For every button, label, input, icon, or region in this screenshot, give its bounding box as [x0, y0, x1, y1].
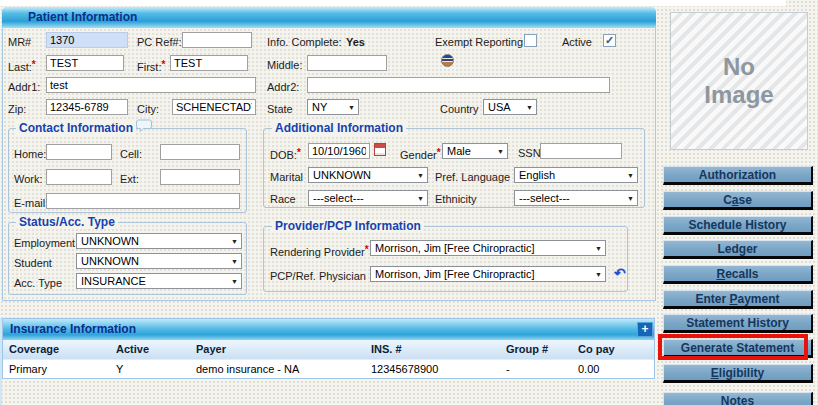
country-select[interactable]: USA [483, 99, 537, 115]
home-phone-field[interactable] [46, 144, 112, 160]
provider-pcp-legend: Provider/PCP Information [272, 219, 424, 233]
column-payer: Payer [196, 340, 371, 359]
pcp-ref-physician-label: PCP/Ref. Physician [270, 270, 366, 282]
ext-field[interactable] [160, 169, 240, 185]
ethnicity-select[interactable]: ---select--- [514, 190, 638, 206]
marital-label: Marital [270, 171, 303, 183]
rendering-provider-label: Rendering Provider* [270, 244, 369, 258]
first-name-field[interactable] [170, 55, 248, 71]
flag-icon [441, 54, 454, 67]
required-icon: * [437, 147, 441, 158]
cell-active: Y [116, 360, 196, 378]
email-field[interactable] [46, 193, 240, 209]
ext-label: Ext: [120, 173, 139, 185]
status-acc-type-legend: Status/Acc. Type [16, 215, 118, 229]
middle-name-field[interactable] [307, 55, 387, 71]
patient-photo-placeholder: No Image [670, 12, 808, 150]
state-select[interactable]: NY [307, 99, 359, 115]
acc-type-select[interactable]: INSURANCE [76, 273, 242, 289]
active-label: Active [562, 36, 592, 48]
last-name-label: Last:* [8, 59, 36, 73]
middle-name-label: Middle: [267, 59, 302, 71]
calendar-icon[interactable] [374, 143, 386, 156]
mr-label: MR# [8, 36, 31, 48]
student-label: Student [14, 257, 52, 269]
insurance-table-header: Coverage Active Payer INS. # Group # Co … [3, 340, 654, 359]
column-ins-number: INS. # [371, 340, 506, 359]
dob-field[interactable] [308, 143, 370, 159]
employment-select[interactable]: UNKNOWN [76, 233, 242, 249]
city-field[interactable] [172, 99, 256, 115]
top-strip [0, 0, 786, 6]
recalls-button[interactable]: Recalls [663, 265, 813, 284]
contact-information-legend: Contact Information [16, 121, 136, 135]
enter-payment-button[interactable]: Enter Payment [663, 290, 813, 309]
work-phone-label: Work: [14, 173, 43, 185]
insurance-table-row[interactable]: Primary Y demo insurance - NA 1234567890… [3, 359, 654, 378]
zip-field[interactable] [46, 99, 128, 115]
speech-bubble-icon[interactable] [136, 119, 153, 137]
marital-select[interactable]: UNKNOWN [308, 167, 428, 183]
addr1-label: Addr1: [8, 81, 40, 93]
addr2-label: Addr2: [267, 81, 299, 93]
required-icon: * [365, 244, 369, 255]
no-image-text: No Image [697, 53, 781, 108]
column-group-number: Group # [506, 340, 578, 359]
pc-ref-label: PC Ref#: [137, 36, 182, 48]
email-label: E-mail: [14, 197, 48, 209]
work-phone-field[interactable] [46, 169, 112, 185]
cell-payer: demo insurance - NA [196, 360, 371, 378]
addr1-field[interactable] [46, 77, 256, 93]
cell-ins-number: 12345678900 [371, 360, 506, 378]
column-coverage: Coverage [9, 340, 116, 359]
undo-icon[interactable]: ↶ [614, 265, 626, 281]
gender-label: Gender* [400, 147, 441, 161]
employment-label: Employment [14, 237, 75, 249]
schedule-history-button[interactable]: Schedule History [663, 216, 813, 235]
exempt-reporting-checkbox[interactable] [524, 34, 537, 47]
home-phone-label: Home: [14, 148, 46, 160]
info-complete-label: Info. Complete: [267, 36, 342, 48]
active-checkbox[interactable] [603, 34, 616, 47]
eligibility-button[interactable]: Eligibility [663, 364, 813, 383]
required-icon: * [297, 147, 301, 158]
gender-select[interactable]: Male [442, 143, 508, 159]
authorization-button[interactable]: Authorization [663, 166, 813, 185]
pcp-ref-physician-select[interactable]: Morrison, Jim [Free Chiropractic] [370, 266, 606, 282]
generate-statement-button[interactable]: Generate Statement [663, 339, 813, 358]
cell-phone-label: Cell: [120, 148, 142, 160]
additional-information-legend: Additional Information [272, 121, 406, 135]
student-select[interactable]: UNKNOWN [76, 253, 242, 269]
insurance-information-title: Insurance Information [10, 322, 136, 336]
cell-group-number: - [506, 360, 578, 378]
patient-information-header: Patient Information [2, 7, 656, 28]
provider-pcp-fieldset [263, 226, 628, 292]
race-select[interactable]: ---select--- [308, 190, 428, 206]
city-label: City: [137, 103, 159, 115]
case-button[interactable]: Case [663, 191, 813, 210]
mr-field[interactable] [46, 32, 128, 48]
country-label: Country [440, 103, 479, 115]
addr2-field[interactable] [307, 77, 610, 93]
last-name-field[interactable] [46, 55, 124, 71]
acc-type-label: Acc. Type [14, 277, 62, 289]
dob-label: DOB:* [270, 147, 301, 161]
column-copay: Co pay [578, 340, 654, 359]
insurance-information-header: Insurance Information + [3, 319, 654, 340]
ssn-field[interactable] [540, 143, 622, 159]
pref-language-label: Pref. Language [435, 171, 510, 183]
add-insurance-button[interactable]: + [637, 322, 653, 337]
patient-screen: Patient Information MR# PC Ref#: Info. C… [0, 0, 818, 405]
cell-phone-field[interactable] [160, 144, 240, 160]
notes-button[interactable]: Notes [663, 392, 813, 405]
statement-history-button[interactable]: Statement History [663, 314, 813, 333]
ledger-button[interactable]: Ledger [663, 240, 813, 259]
info-complete-value: Yes [346, 36, 365, 48]
rendering-provider-select[interactable]: Morrison, Jim [Free Chiropractic] [370, 240, 606, 256]
required-icon: * [32, 59, 36, 70]
first-name-label: First:* [137, 59, 165, 73]
ethnicity-label: Ethnicity [435, 193, 477, 205]
pref-language-select[interactable]: English [514, 167, 638, 183]
exempt-reporting-label: Exempt Reporting [435, 36, 523, 48]
pc-ref-field[interactable] [182, 32, 252, 48]
